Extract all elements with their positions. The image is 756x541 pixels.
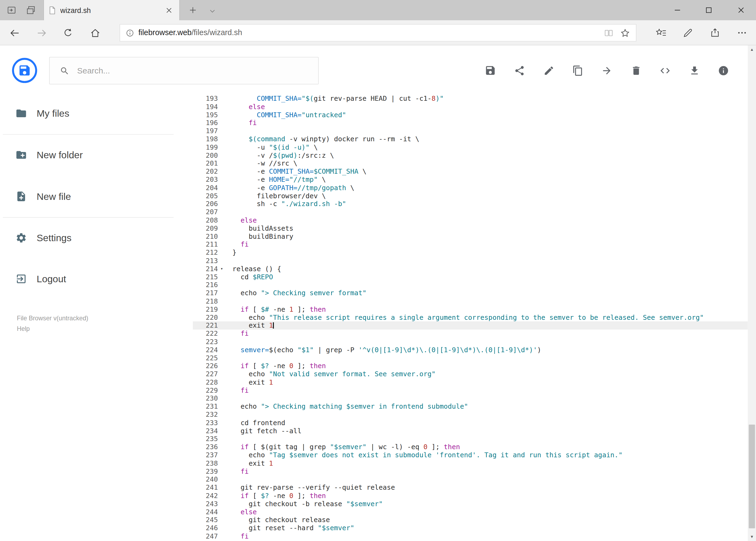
search-input[interactable]: [76, 65, 318, 76]
code-line[interactable]: 239 fi: [193, 467, 748, 475]
info-button[interactable]: [714, 61, 733, 80]
code-line[interactable]: 200 -v /$(pwd):/src:z \: [193, 151, 748, 159]
code-line[interactable]: 222 fi: [193, 329, 748, 337]
code-line[interactable]: 246 git reset --hard "$semver": [193, 524, 748, 532]
code-line[interactable]: 244 else: [193, 508, 748, 516]
code-line[interactable]: 225: [193, 354, 748, 362]
scrollbar-thumb[interactable]: [749, 425, 755, 528]
code-line[interactable]: 242 if [ $? -ne 0 ]; then: [193, 492, 748, 500]
code-line[interactable]: 194 else: [193, 103, 748, 111]
code-line[interactable]: 198 $(command -v winpty) docker run --rm…: [193, 135, 748, 143]
site-info-icon[interactable]: [125, 28, 134, 38]
minimize-button[interactable]: [668, 1, 687, 20]
save-button[interactable]: [481, 61, 500, 80]
code-line[interactable]: 209 buildAssets: [193, 224, 748, 232]
code-line[interactable]: 205 filebrowser/dev \: [193, 192, 748, 200]
code-line[interactable]: 208 else: [193, 216, 748, 224]
code-line[interactable]: 229 fi: [193, 386, 748, 394]
code-line[interactable]: 211 fi: [193, 241, 748, 249]
delete-button[interactable]: [626, 61, 645, 80]
code-line[interactable]: 230: [193, 394, 748, 402]
code-line[interactable]: 215 cd $REPO: [193, 273, 748, 281]
reading-view-button[interactable]: [600, 25, 617, 41]
code-line[interactable]: 233 cd frontend: [193, 419, 748, 427]
code-line[interactable]: 243 git checkout -b release "$semver": [193, 500, 748, 508]
code-line[interactable]: 216: [193, 281, 748, 289]
code-line[interactable]: 206 sh -c "./wizard.sh -b": [193, 200, 748, 208]
forward-button[interactable]: [32, 23, 51, 42]
fold-arrow-icon[interactable]: ▾: [218, 265, 226, 273]
move-button[interactable]: [597, 61, 616, 80]
tab-list-dropdown-button[interactable]: [202, 1, 222, 20]
maximize-button[interactable]: [699, 1, 718, 20]
code-line[interactable]: 196 fi: [193, 119, 748, 127]
code-line[interactable]: 237 echo "Tag $semver does not exist in …: [193, 451, 748, 459]
copy-button[interactable]: [568, 61, 587, 80]
code-line[interactable]: 236 if [ $(git tag | grep "$semver" | wc…: [193, 443, 748, 451]
code-editor[interactable]: 193 COMMIT_SHA="$(git rev-parse HEAD | c…: [193, 95, 748, 540]
scroll-up-icon[interactable]: ▲: [748, 45, 756, 54]
app-logo[interactable]: [12, 58, 37, 83]
help-link[interactable]: Help: [17, 325, 30, 332]
code-line[interactable]: 245 git checkout release: [193, 516, 748, 524]
download-button[interactable]: [685, 61, 704, 80]
code-line[interactable]: 218: [193, 297, 748, 305]
refresh-button[interactable]: [58, 23, 78, 42]
code-line[interactable]: 227 echo "Not valid semver format. See s…: [193, 370, 748, 378]
web-note-button[interactable]: [678, 23, 697, 42]
add-favorite-button[interactable]: [617, 25, 633, 41]
code-line[interactable]: 220 echo "This release script requires a…: [193, 313, 748, 321]
code-line[interactable]: 247 fi: [193, 532, 748, 540]
code-line[interactable]: 203 -e HOME="//tmp" \: [193, 176, 748, 184]
code-line[interactable]: 210 buildBinary: [193, 232, 748, 241]
scroll-down-icon[interactable]: ▼: [748, 533, 756, 541]
address-bar[interactable]: filebrowser.web/files/wizard.sh: [120, 24, 636, 41]
code-line[interactable]: 221 exit 1: [193, 321, 748, 329]
sidebar-item-new-folder[interactable]: New folder: [0, 141, 183, 168]
set-tabs-aside-button[interactable]: [2, 1, 21, 20]
code-line[interactable]: 207: [193, 208, 748, 216]
home-button[interactable]: [85, 23, 105, 42]
sidebar-item-my-files[interactable]: My files: [0, 100, 183, 127]
sidebar-item-new-file[interactable]: New file: [0, 183, 183, 210]
tab-preview-button[interactable]: [21, 1, 41, 20]
code-line[interactable]: 197: [193, 127, 748, 135]
new-tab-button[interactable]: [183, 1, 202, 20]
sidebar-item-logout[interactable]: Logout: [0, 265, 183, 292]
rename-button[interactable]: [539, 61, 558, 80]
back-button[interactable]: [5, 23, 24, 42]
settings-more-button[interactable]: [732, 23, 751, 42]
code-line[interactable]: 195 COMMIT_SHA="untracked": [193, 111, 748, 119]
code-line[interactable]: 214▾release () {: [193, 265, 748, 273]
tab-close-button[interactable]: [163, 4, 175, 16]
code-line[interactable]: 217 echo "> Checking semver format": [193, 289, 748, 297]
code-line[interactable]: 226 if [ $? -ne 0 ]; then: [193, 362, 748, 370]
vertical-scrollbar[interactable]: ▲ ▼: [748, 45, 756, 541]
code-line[interactable]: 213: [193, 257, 748, 265]
code-line[interactable]: 201 -w //src \: [193, 159, 748, 168]
code-line[interactable]: 223: [193, 337, 748, 346]
code-line[interactable]: 199 -u "$(id -u)" \: [193, 143, 748, 151]
code-line[interactable]: 235: [193, 435, 748, 443]
sidebar-item-settings[interactable]: Settings: [0, 225, 183, 252]
hub-button[interactable]: [651, 23, 670, 42]
window-close-button[interactable]: [731, 1, 751, 20]
code-view-button[interactable]: [655, 61, 674, 80]
code-line[interactable]: 224 semver=$(echo "$1" | grep -P '^v(0|[…: [193, 346, 748, 354]
code-line[interactable]: 202 -e COMMIT_SHA=$COMMIT_SHA \: [193, 168, 748, 176]
code-line[interactable]: 232: [193, 410, 748, 419]
code-line[interactable]: 228 exit 1: [193, 378, 748, 386]
code-line[interactable]: 238 exit 1: [193, 459, 748, 467]
share-button[interactable]: [705, 23, 724, 42]
code-line[interactable]: 212}: [193, 249, 748, 257]
code-line[interactable]: 193 COMMIT_SHA="$(git rev-parse HEAD | c…: [193, 95, 748, 103]
code-line[interactable]: 231 echo "> Checking matching $semver in…: [193, 402, 748, 410]
code-line[interactable]: 240: [193, 475, 748, 483]
code-line[interactable]: 219 if [ $# -ne 1 ]; then: [193, 305, 748, 313]
share-file-button[interactable]: [510, 61, 529, 80]
code-line[interactable]: 234 git fetch --all: [193, 427, 748, 435]
code-line[interactable]: 241 git rev-parse --verify --quiet relea…: [193, 483, 748, 492]
browser-tab[interactable]: wizard.sh: [44, 0, 180, 20]
search-box[interactable]: [49, 57, 319, 85]
code-line[interactable]: 204 -e GOPATH=//tmp/gopath \: [193, 184, 748, 192]
